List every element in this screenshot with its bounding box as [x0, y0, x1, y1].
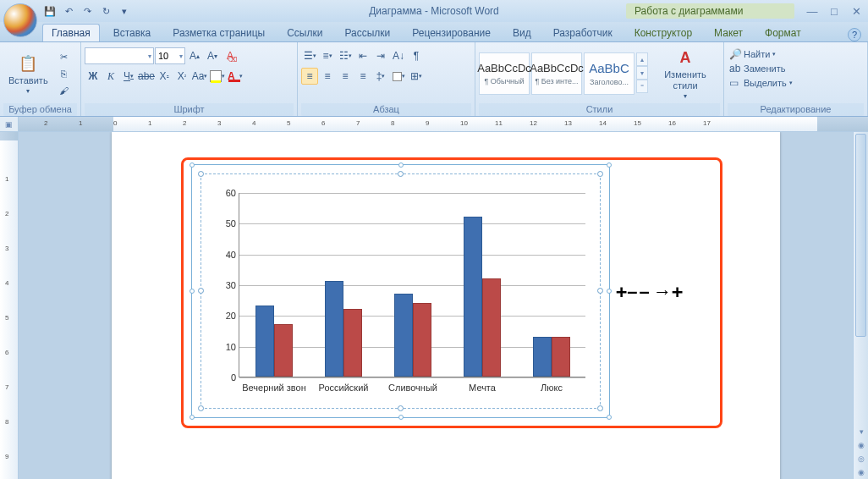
bar-Сливочный-s1[interactable] [413, 303, 431, 377]
ruler-corner[interactable]: ▣ [0, 117, 19, 132]
paste-label: Вставить [8, 75, 48, 85]
browse-object-button[interactable]: ◎ [854, 452, 868, 465]
align-right-button[interactable]: ≡ [337, 68, 354, 85]
xlabel: Вечерний звон [239, 383, 309, 393]
highlight-button[interactable]: ▾ [209, 68, 226, 85]
italic-button[interactable]: К [102, 68, 119, 85]
style-heading1[interactable]: AaBbCЗаголово... [584, 52, 635, 95]
workspace[interactable]: +– – →+ [19, 132, 868, 479]
bullets-button[interactable]: ☰▾ [301, 47, 318, 64]
tab-developer[interactable]: Разработчик [545, 25, 621, 41]
minimize-button[interactable]: — [805, 5, 819, 17]
change-case-button[interactable]: Aa▾ [191, 68, 208, 85]
tab-chart-layout[interactable]: Макет [706, 25, 751, 41]
select-button[interactable]: ▭Выделить▾ [728, 76, 864, 90]
strikethrough-button[interactable]: abe [138, 68, 155, 85]
align-center-button[interactable]: ≡ [319, 68, 336, 85]
replace-button[interactable]: abЗаменить [728, 62, 864, 75]
bar-Сливочный-s0[interactable] [394, 294, 413, 377]
close-button[interactable]: ✕ [849, 5, 863, 17]
tab-mailings[interactable]: Рассылки [336, 25, 398, 41]
bar-Мечта-s0[interactable] [464, 217, 482, 377]
maximize-button[interactable]: □ [827, 5, 841, 17]
font-color-button[interactable]: A▾ [227, 68, 244, 85]
align-left-button[interactable]: ≡ [301, 68, 318, 85]
underline-button[interactable]: Ч▾ [120, 68, 137, 85]
scroll-down-button[interactable]: ▾ [854, 425, 868, 438]
bar-Российский-s0[interactable] [325, 281, 343, 377]
office-button[interactable] [3, 3, 37, 37]
horizontal-ruler[interactable]: 32101234567891011121314151617 [19, 117, 868, 132]
chevron-down-icon: ▾ [179, 52, 184, 60]
window-title: Диаграмма - Microsoft Word [369, 5, 499, 17]
find-button[interactable]: 🔎Найти▾ [728, 47, 864, 61]
cut-button[interactable]: ✂ [56, 49, 73, 64]
font-name-combo[interactable]: ▾ [85, 47, 154, 64]
select-icon: ▭ [729, 77, 741, 89]
line-spacing-button[interactable]: ‡▾ [372, 68, 389, 85]
redo-icon[interactable]: ↷ [80, 3, 95, 19]
scroll-thumb[interactable] [855, 134, 866, 337]
tab-insert[interactable]: Вставка [105, 25, 160, 41]
format-painter-button[interactable]: 🖌 [56, 83, 73, 98]
help-button[interactable]: ? [848, 28, 861, 41]
tab-chart-format[interactable]: Формат [756, 25, 810, 41]
xlabel: Мечта [448, 383, 517, 393]
bar-Люкс-s0[interactable] [533, 337, 552, 377]
tab-chart-design[interactable]: Конструктор [626, 25, 700, 41]
borders-button[interactable]: ⊞▾ [408, 68, 425, 85]
chart-plot-selection[interactable]: 0102030405060Вечерний звонРоссийскийСлив… [201, 173, 601, 409]
group-clipboard: 📋 Вставить ▾ ✂ ⎘ 🖌 Буфер обмена [0, 42, 81, 116]
sort-button[interactable]: A↓ [390, 47, 407, 64]
decrease-indent-button[interactable]: ⇤ [354, 47, 371, 64]
xlabel: Сливочный [378, 383, 448, 393]
repeat-icon[interactable]: ↻ [98, 3, 113, 19]
vertical-scrollbar[interactable]: ▴ ▾ ◉ ◎ ◉ [853, 117, 868, 479]
subscript-button[interactable]: X₂ [156, 68, 173, 85]
tab-references[interactable]: Ссылки [278, 25, 331, 41]
group-styles: AaBbCcDc¶ Обычный AaBbCcDc¶ Без инте... … [475, 42, 724, 116]
group-editing-label: Редактирование [728, 103, 864, 116]
bold-button[interactable]: Ж [85, 68, 102, 85]
tab-page-layout[interactable]: Разметка страницы [164, 25, 273, 41]
bar-Люкс-s1[interactable] [552, 337, 570, 377]
grow-font-button[interactable]: A▴ [186, 47, 203, 64]
qat-menu-icon[interactable]: ▾ [117, 3, 132, 19]
tab-home[interactable]: Главная [42, 24, 100, 41]
tab-view[interactable]: Вид [504, 25, 540, 41]
numbering-button[interactable]: ≡▾ [319, 47, 336, 64]
shrink-font-button[interactable]: A▾ [204, 47, 221, 64]
style-no-spacing[interactable]: AaBbCcDc¶ Без инте... [531, 52, 582, 95]
clear-formatting-button[interactable]: A⌫ [222, 47, 239, 64]
superscript-button[interactable]: X² [173, 68, 190, 85]
style-gallery[interactable]: AaBbCcDc¶ Обычный AaBbCcDc¶ Без инте... … [479, 52, 648, 95]
save-icon[interactable]: 💾 [42, 3, 58, 19]
gallery-more-button[interactable]: ⁼ [636, 80, 648, 93]
justify-button[interactable]: ≡ [354, 68, 371, 85]
bar-Мечта-s1[interactable] [482, 278, 501, 377]
increase-indent-button[interactable]: ⇥ [372, 47, 389, 64]
group-styles-label: Стили [479, 103, 720, 116]
show-marks-button[interactable]: ¶ [408, 47, 425, 64]
context-title: Работа с диаграммами [626, 3, 794, 19]
change-styles-button[interactable]: A Изменить стили ▾ [651, 46, 720, 101]
paste-button[interactable]: 📋 Вставить ▾ [3, 52, 53, 96]
shading-button[interactable]: ▾ [390, 68, 407, 85]
chart-plot-area[interactable]: 0102030405060Вечерний звонРоссийскийСлив… [239, 193, 585, 377]
prev-page-button[interactable]: ◉ [854, 438, 868, 452]
gallery-down-button[interactable]: ▾ [636, 66, 648, 80]
multilevel-list-button[interactable]: ☷▾ [337, 47, 354, 64]
bar-Вечерний звон-s1[interactable] [274, 324, 293, 377]
style-normal[interactable]: AaBbCcDc¶ Обычный [479, 52, 530, 95]
bar-Российский-s1[interactable] [343, 309, 362, 377]
vertical-ruler[interactable]: 12345678910 [0, 132, 19, 479]
next-page-button[interactable]: ◉ [854, 465, 868, 479]
chart-object[interactable]: 0102030405060Вечерний звонРоссийскийСлив… [191, 164, 610, 418]
gallery-up-button[interactable]: ▴ [636, 52, 648, 66]
font-size-combo[interactable]: 10▾ [155, 47, 185, 64]
bar-Вечерний звон-s0[interactable] [255, 306, 274, 377]
copy-button[interactable]: ⎘ [56, 66, 73, 81]
highlight-icon [210, 70, 222, 82]
undo-icon[interactable]: ↶ [61, 3, 76, 19]
tab-review[interactable]: Рецензирование [404, 25, 499, 41]
